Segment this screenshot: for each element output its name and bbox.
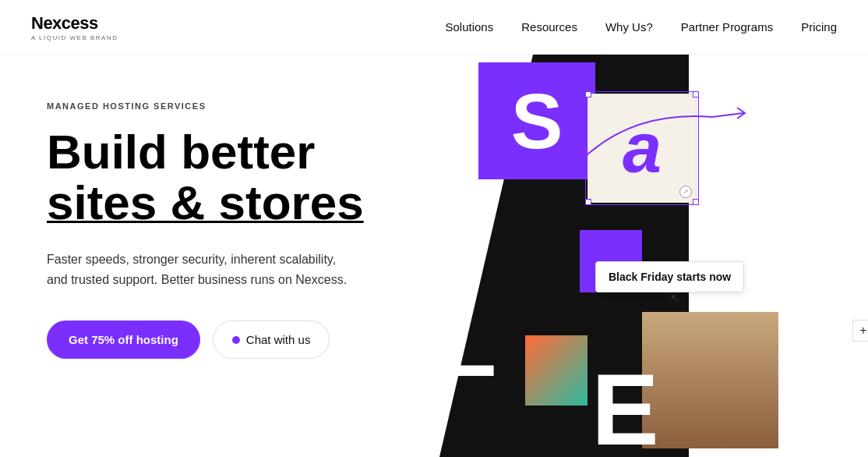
person-face-graphic [642, 312, 778, 448]
hero-heading: Build better sites & stores [47, 126, 390, 228]
cursor-icon: ↖ [670, 291, 680, 306]
black-friday-popup: Black Friday starts now ↖ [595, 261, 744, 292]
l-letter: L [439, 291, 496, 395]
nav-solutions[interactable]: Solutions [446, 20, 494, 34]
l-letter-block: L [439, 296, 496, 390]
hero-heading-line2: sites & stores [47, 175, 364, 229]
nav-resources[interactable]: Resources [521, 20, 577, 34]
corner-handle-br [693, 199, 699, 205]
cta-secondary-label: Chat with us [246, 333, 311, 346]
person-photo-block [642, 312, 778, 448]
corner-handle-bl [585, 199, 591, 205]
logo[interactable]: Nexcess A LIQUID WEB BRAND [31, 13, 118, 41]
plus-icon: + [852, 320, 868, 342]
main-nav: Solutions Resources Why Us? Partner Prog… [446, 20, 838, 34]
hero-section: MANAGED HOSTING SERVICES Build better si… [0, 55, 390, 457]
black-friday-text: Black Friday starts now [609, 271, 731, 283]
cta-primary-button[interactable]: Get 75% off hosting [47, 321, 200, 359]
logo-text: Nexcess [31, 13, 118, 34]
hero-subtext: Faster speeds, stronger security, inhere… [47, 250, 351, 289]
orange-accent-block [525, 335, 587, 406]
eyebrow-label: MANAGED HOSTING SERVICES [47, 101, 390, 111]
hero-visual: S a ↗ Black Friday starts now ↖ L [400, 55, 868, 457]
cta-secondary-button[interactable]: Chat with us [213, 321, 330, 359]
e-letter: E [591, 352, 659, 457]
hero-heading-line1: Build better [47, 125, 315, 179]
purple-arrow [556, 94, 759, 187]
e-letter-block: E [591, 359, 659, 457]
main-content: MANAGED HOSTING SERVICES Build better si… [0, 55, 868, 457]
cta-row: Get 75% off hosting Chat with us [47, 321, 390, 359]
nav-partner-programs[interactable]: Partner Programs [681, 20, 773, 34]
resize-handle-icon: ↗ [679, 186, 692, 198]
chat-indicator-dot [232, 336, 240, 344]
nav-why-us[interactable]: Why Us? [605, 20, 653, 34]
logo-sub: A LIQUID WEB BRAND [31, 34, 118, 41]
nav-pricing[interactable]: Pricing [801, 20, 837, 34]
s-letter: S [511, 76, 563, 166]
